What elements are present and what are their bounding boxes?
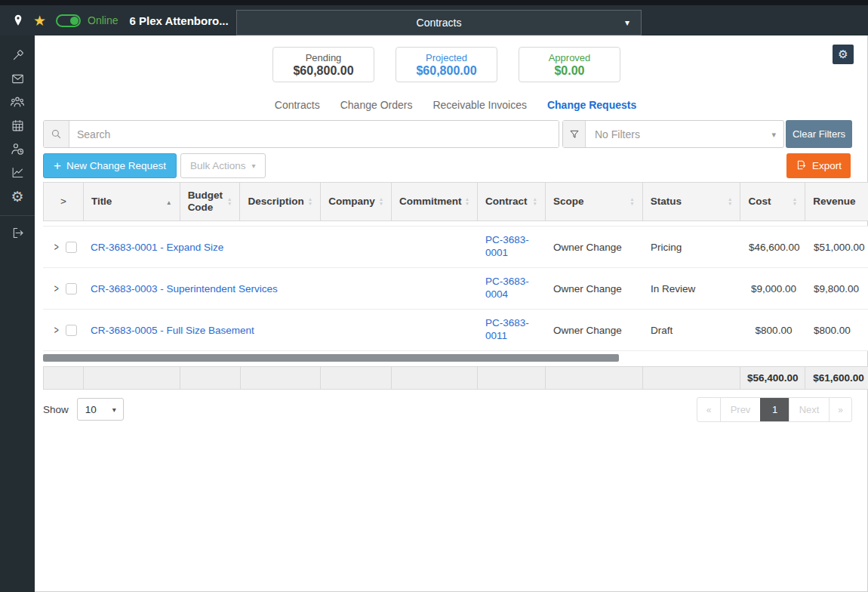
clear-filters-button[interactable]: Clear Filters [786,120,852,148]
new-change-request-label: New Change Request [66,160,166,171]
team-icon [10,94,25,112]
sort-icon [793,197,797,206]
tool-selector-label: Contracts [417,17,462,29]
column-header-description[interactable]: Description [240,183,321,220]
row-checkbox[interactable] [66,283,77,294]
revenue-cell: $51,000.00 [806,242,868,253]
hammer-icon [11,48,25,65]
sort-icon [227,197,232,206]
scope-cell: Owner Change [546,283,643,294]
contract-link[interactable]: PC-3683-0004 [485,276,529,300]
contract-tabs: Contracts Change Orders Receivable Invoi… [43,99,868,111]
contract-link[interactable]: PC-3683-0011 [485,317,529,341]
column-header-status[interactable]: Status [643,183,741,220]
tab-receivable-invoices[interactable]: Receivable Invoices [432,99,527,111]
search-input[interactable] [69,121,559,147]
last-page-button[interactable]: » [829,398,851,421]
sidebar-item-reports[interactable] [0,162,35,185]
first-page-button[interactable]: « [697,398,720,421]
totals-row: $56,400.00 $61,600.00 [43,366,868,390]
table-settings-button[interactable]: ⚙ [833,45,854,64]
page-size-select[interactable]: 10 ▾ [77,398,124,421]
scope-cell: Owner Change [546,325,643,336]
tab-contracts[interactable]: Contracts [275,99,320,111]
column-header-cost[interactable]: Cost [740,183,805,220]
pending-value: $60,800.00 [293,64,353,78]
line-chart-icon [11,165,25,182]
show-label: Show [43,404,69,415]
status-cell: In Review [643,283,741,294]
location-pin-icon[interactable] [11,13,25,28]
horizontal-scrollbar [43,354,868,362]
sidebar-item-timesheets[interactable] [0,138,35,162]
column-header-revenue[interactable]: Revenue [805,183,868,220]
column-header-commitment[interactable]: Commitment [392,183,478,220]
action-row: + New Change Request Bulk Actions ▾ Expo… [43,153,852,178]
expand-row-icon[interactable]: > [54,282,59,295]
sort-icon [379,197,383,206]
online-toggle[interactable] [56,14,81,27]
chevron-right-icon: > [60,196,66,208]
next-page-button[interactable]: Next [789,398,829,421]
pending-card: Pending $60,800.00 [272,47,374,82]
tab-change-requests[interactable]: Change Requests [547,99,636,111]
change-requests-table: > Title Budget Code Description Company … [43,182,868,390]
funnel-icon [563,121,586,147]
pending-label: Pending [306,52,342,63]
revenue-cell: $9,800.00 [806,283,868,294]
export-button[interactable]: Export [786,153,851,178]
expand-all-header[interactable]: > [44,183,84,220]
cost-cell: $800.00 [741,325,806,336]
tab-change-orders[interactable]: Change Orders [340,99,413,111]
sidebar-divider [0,215,35,216]
export-label: Export [812,160,842,171]
status-cell: Pricing [643,242,741,253]
column-header-scope[interactable]: Scope [546,183,643,220]
current-page-button[interactable]: 1 [760,398,789,421]
cost-cell: $9,000.00 [741,283,806,294]
new-change-request-button[interactable]: + New Change Request [43,153,177,178]
bulk-actions-label: Bulk Actions [190,160,246,171]
sort-icon [728,197,732,206]
sidebar-item-settings[interactable]: ⚙ [0,185,35,208]
chevron-down-icon: ▾ [625,17,629,28]
column-header-budget-code[interactable]: Budget Code [180,183,241,220]
column-header-company[interactable]: Company [321,183,392,220]
sort-icon [308,197,312,206]
favorite-star-icon[interactable]: ★ [33,14,46,28]
sidebar-item-directory[interactable] [0,91,35,115]
change-request-link[interactable]: CR-3683-0003 - Superintendent Services [91,283,278,294]
sidebar-item-logout[interactable] [0,222,35,245]
tool-selector[interactable]: Contracts ▾ [236,10,642,35]
plus-icon: + [54,159,61,172]
change-request-link[interactable]: CR-3683-0005 - Full Size Basement [91,325,254,336]
calendar-icon [11,119,25,135]
row-checkbox[interactable] [66,325,77,336]
prev-page-button[interactable]: Prev [720,398,760,421]
export-icon [796,159,807,173]
sidebar-item-messages[interactable] [0,68,35,91]
project-name: 6 Plex Attenboro... [130,14,229,27]
contract-link[interactable]: PC-3683-0001 [485,234,529,258]
gear-icon: ⚙ [11,190,23,204]
row-checkbox[interactable] [66,242,77,253]
page-size-value: 10 [85,404,97,415]
sort-icon [532,197,537,206]
scrollbar-thumb[interactable] [43,354,619,362]
column-header-title[interactable]: Title [84,183,180,220]
expand-row-icon[interactable]: > [54,241,59,254]
approved-card: Approved $0.00 [519,47,620,82]
gear-icon: ⚙ [838,48,848,61]
summary-cards: Pending $60,800.00 Projected $60,800.00 … [272,47,620,82]
expand-row-icon[interactable]: > [54,324,59,337]
bulk-actions-button[interactable]: Bulk Actions ▾ [180,153,266,178]
approved-value: $0.00 [554,64,584,78]
sidebar-item-schedule[interactable] [0,115,35,138]
sidebar-item-tools[interactable] [0,45,35,68]
filters-dropdown[interactable]: No Filters ▾ [562,120,784,148]
column-header-contract[interactable]: Contract [478,183,546,220]
revenue-cell: $800.00 [806,325,868,336]
filters-value: No Filters [586,121,783,147]
table-row: > CR-3683-0001 - Expand Size PC-3683-000… [43,227,868,268]
change-request-link[interactable]: CR-3683-0001 - Expand Size [91,242,223,253]
